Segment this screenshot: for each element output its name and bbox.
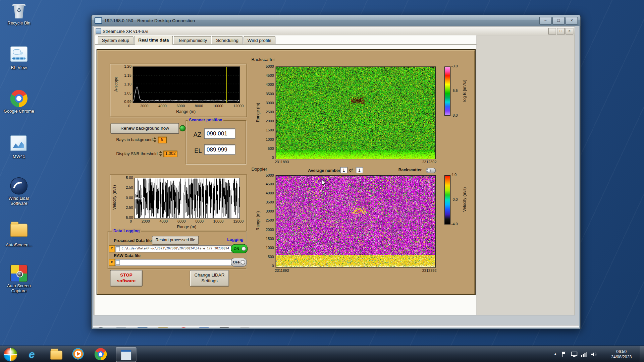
taskbar-rdp-active-button[interactable] — [116, 347, 136, 362]
velocity-chart: Velocity (m/s) 5.002.500.00-2.50-5.00 02… — [110, 174, 247, 231]
desktop-icon-label: Wind Lidar Software — [2, 196, 36, 206]
desktop-icon-google-chrome[interactable]: Google Chrome — [2, 90, 36, 113]
close-button[interactable]: × — [566, 17, 578, 24]
remote-tray-clock[interactable]: 06:50 24/08/2023 — [517, 327, 553, 327]
average-number-field[interactable]: 1 — [340, 167, 347, 173]
taskbar-media-player-icon[interactable] — [72, 348, 85, 360]
snr-value-field[interactable]: 1.002 — [163, 150, 177, 157]
app-restore-button[interactable]: □ — [557, 28, 565, 35]
raw-logging-toggle[interactable]: OFF — [231, 258, 247, 267]
doppler-plot-area[interactable] — [276, 175, 436, 268]
tick-label: 1500 — [266, 128, 274, 132]
snr-threshold-label: Display SNR threshold — [116, 152, 158, 156]
taskbar-ie-icon[interactable]: e — [29, 348, 41, 360]
remote-taskbar-power-app[interactable] — [178, 327, 189, 327]
processed-drive-button[interactable]: C — [109, 245, 115, 252]
tick-label: 0 — [272, 264, 274, 268]
backscatter-plot-area[interactable] — [276, 66, 436, 159]
rays-value-field[interactable]: 8 — [158, 137, 167, 143]
app-minimize-button[interactable]: − — [548, 28, 556, 35]
maximize-button[interactable]: □ — [552, 17, 565, 24]
backscatter-colorbar-ticks: -3.0-5.5-8.0 — [451, 64, 458, 117]
remote-desktop: StreamLine XR v14-6.vi − □ × System setu… — [93, 26, 579, 327]
desktop-icon-mw41[interactable]: MW41 — [2, 134, 36, 159]
average-of-field[interactable]: 1 — [356, 167, 363, 173]
change-button-line1: Change LiDAR — [195, 273, 225, 278]
taskbar-explorer-icon[interactable] — [50, 348, 62, 360]
remote-taskbar-app-2[interactable] — [137, 327, 148, 327]
show-desktop-button[interactable] — [640, 346, 644, 362]
snr-spinner[interactable] — [159, 150, 163, 157]
doppler-x-ticks: 23118932312392 — [275, 268, 436, 273]
tab-real-time-data[interactable]: Real time data — [134, 36, 173, 45]
tick-label: 1.15 — [124, 73, 131, 77]
tray-speaker-icon[interactable] — [591, 351, 597, 357]
doppler-colorbar-label: Velocity (m/s) — [462, 187, 467, 212]
tick-label: 12000 — [233, 104, 244, 108]
el-label: EL — [194, 147, 202, 154]
desktop-icon-autoscreen[interactable]: AutoScreen... — [2, 221, 36, 247]
ascope-plot-area[interactable] — [133, 66, 240, 103]
tray-up-arrow-icon[interactable]: ▲ — [554, 352, 557, 356]
velocity-plot-area[interactable] — [134, 178, 240, 219]
tab-wind-profile[interactable]: Wind profile — [244, 36, 276, 44]
app-close-button[interactable]: × — [566, 28, 573, 35]
tick-label: 500 — [268, 146, 274, 150]
recycle-bin-icon: ♻ — [10, 2, 28, 19]
wind-lidar-icon — [10, 177, 28, 194]
renew-background-button[interactable]: Renew background now — [110, 123, 179, 134]
raw-drive-button[interactable]: C — [109, 259, 115, 266]
tick-label: 5000 — [266, 173, 274, 177]
raw-file-path-field[interactable] — [115, 259, 236, 266]
velocity-x-axis-label: Range (m) — [134, 225, 239, 229]
rdp-titlebar[interactable]: 192.168.0.150 - Remote Desktop Connectio… — [92, 15, 580, 26]
el-value-field[interactable]: 089.999 — [204, 144, 235, 155]
start-button[interactable] — [3, 347, 18, 362]
remote-taskbar-app-1[interactable] — [116, 327, 126, 327]
tab-strip: System setup Real time data Temp/humidit… — [98, 36, 275, 45]
tick-label: 2312392 — [422, 268, 437, 273]
desktop-icon-label: Recycle Bin — [2, 20, 36, 25]
desktop-icon-auto-screen-capture[interactable]: Auto Screen Capture — [2, 265, 36, 293]
remote-taskbar-app-3[interactable] — [158, 327, 168, 327]
tray-display-icon[interactable] — [571, 351, 578, 357]
real-time-data-panel: A-scope 1.201.151.101.050.99 02000400060… — [97, 50, 475, 295]
app-titlebar[interactable]: StreamLine XR v14-6.vi − □ × — [94, 27, 575, 35]
remote-clock-time: 06:50 — [517, 327, 553, 327]
tick-label: 4000 — [266, 191, 274, 195]
tab-system-setup[interactable]: System setup — [98, 36, 133, 44]
tab-temp-humidity[interactable]: Temp/humidity — [174, 36, 211, 44]
tick-label: 2000 — [266, 119, 274, 123]
tick-label: 2312392 — [422, 160, 437, 164]
remote-taskbar-cmd[interactable]: >_ — [219, 327, 229, 327]
desktop-icon-wind-lidar[interactable]: Wind Lidar Software — [2, 177, 36, 206]
restart-processed-file-button[interactable]: Restart processed file — [152, 236, 199, 245]
tray-network-icon[interactable] — [581, 351, 587, 357]
toggle-off-label: OFF — [233, 260, 240, 264]
taskbar-chrome-icon[interactable] — [95, 348, 107, 360]
app-window-icon — [96, 28, 101, 34]
tick-label: 2311893 — [275, 268, 289, 273]
processed-logging-toggle[interactable]: ON — [231, 244, 248, 253]
minimize-button[interactable]: − — [539, 17, 552, 24]
change-lidar-settings-button[interactable]: Change LiDAR Settings — [190, 270, 229, 287]
tray-clock[interactable]: 06:50 24/08/2023 — [606, 349, 637, 360]
tab-scheduling[interactable]: Scheduling — [212, 36, 243, 44]
desktop-icon-recycle-bin[interactable]: ♻ Recycle Bin — [2, 2, 36, 25]
stop-software-button[interactable]: STOP software — [110, 270, 143, 287]
remote-start-button[interactable] — [95, 327, 106, 327]
processed-file-path-field[interactable]: C:\Lidar\Data\Proc\2023\202308\20230824\… — [115, 245, 236, 252]
backscatter-display-switch[interactable] — [426, 168, 436, 173]
remote-taskbar-folder[interactable] — [260, 327, 270, 327]
remote-taskbar-streamline-app[interactable] — [199, 327, 210, 327]
rays-spinner[interactable] — [153, 137, 157, 143]
app-client: System setup Real time data Temp/humidit… — [94, 35, 575, 315]
tray-flag-icon[interactable] — [561, 351, 568, 357]
toggle-knob — [241, 260, 245, 264]
desktop-icon-bl-view[interactable]: BL-View — [2, 45, 36, 70]
tick-label: 1.10 — [124, 82, 131, 86]
backscatter-y-ticks: 5000450040003500300025002000150010005000 — [261, 64, 274, 160]
az-value-field[interactable]: 090.001 — [204, 128, 235, 139]
remote-taskbar-scan-sched[interactable]: Scan sched — [240, 327, 250, 327]
processed-data-file-label: Processed Data file — [114, 238, 152, 243]
